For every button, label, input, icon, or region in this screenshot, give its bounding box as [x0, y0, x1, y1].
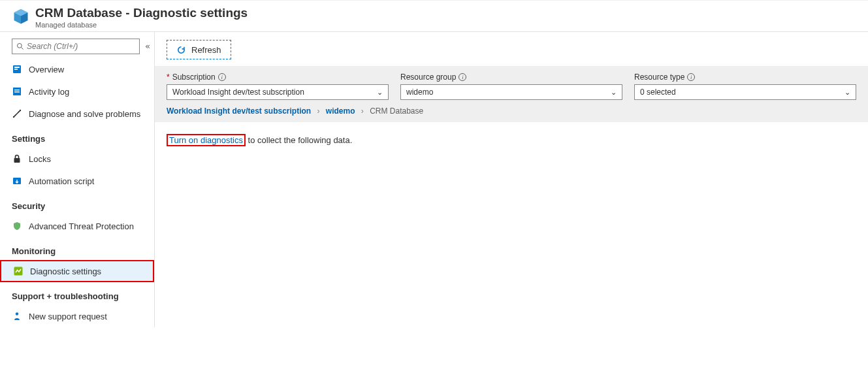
- svg-rect-3: [14, 67, 20, 68]
- required-asterisk: *: [167, 73, 170, 82]
- content-body: Turn on diagnostics to collect the follo…: [155, 122, 868, 158]
- resource-group-select[interactable]: widemo ⌄: [400, 84, 622, 100]
- sidebar-item-label: Locks: [29, 154, 51, 164]
- sidebar-item-label: Automation script: [29, 176, 94, 186]
- filter-subscription: * Subscription i Workload Insight dev/te…: [167, 73, 389, 100]
- refresh-icon: [176, 45, 186, 55]
- search-input[interactable]: [27, 42, 135, 51]
- lock-icon: [12, 154, 22, 164]
- collapse-sidebar-icon[interactable]: «: [145, 41, 150, 51]
- search-icon: [16, 42, 24, 50]
- select-value: widemo: [406, 88, 433, 97]
- filter-label: Resource group i: [400, 73, 622, 82]
- sidebar-item-locks[interactable]: Locks: [0, 148, 154, 170]
- sidebar-search[interactable]: [12, 39, 140, 54]
- select-value: Workload Insight dev/test subscription: [172, 88, 304, 97]
- activity-log-icon: [12, 86, 22, 97]
- breadcrumb-resource-group[interactable]: widemo: [326, 106, 355, 116]
- breadcrumb: Workload Insight dev/test subscription ›…: [155, 105, 868, 122]
- sidebar-item-label: Overview: [29, 65, 64, 74]
- select-value: 0 selected: [640, 88, 676, 97]
- support-icon: [12, 311, 22, 321]
- sidebar-item-label: Advanced Threat Protection: [29, 221, 134, 231]
- database-cube-icon: [12, 7, 30, 25]
- page-subtitle: Managed database: [35, 21, 248, 29]
- sidebar-group-security: Security: [0, 192, 154, 215]
- sidebar-item-atp[interactable]: Advanced Threat Protection: [0, 215, 154, 237]
- breadcrumb-separator: ›: [317, 106, 319, 116]
- breadcrumb-subscription[interactable]: Workload Insight dev/test subscription: [167, 106, 311, 116]
- main-content: Refresh * Subscription i Workload Insigh…: [155, 32, 868, 327]
- sidebar-group-monitoring: Monitoring: [0, 237, 154, 260]
- breadcrumb-current: CRM Database: [370, 106, 423, 116]
- sidebar-item-overview[interactable]: Overview: [0, 58, 154, 80]
- sidebar-item-diagnose[interactable]: Diagnose and solve problems: [0, 103, 154, 125]
- overview-icon: [12, 64, 22, 74]
- chevron-down-icon: ⌄: [377, 88, 383, 97]
- filter-bar: * Subscription i Workload Insight dev/te…: [155, 66, 868, 105]
- sidebar-group-settings: Settings: [0, 125, 154, 148]
- svg-rect-6: [14, 89, 20, 91]
- info-icon[interactable]: i: [458, 73, 466, 81]
- sidebar-item-automation[interactable]: Automation script: [0, 170, 154, 192]
- chevron-down-icon: ⌄: [611, 88, 617, 97]
- filter-resource-type: Resource type i 0 selected ⌄: [634, 73, 856, 100]
- sidebar-item-new-support[interactable]: New support request: [0, 305, 154, 327]
- filter-resource-group: Resource group i widemo ⌄: [400, 73, 622, 100]
- sidebar-group-support: Support + troubleshooting: [0, 282, 154, 305]
- sidebar-item-label: Diagnose and solve problems: [29, 109, 140, 119]
- diagnostic-settings-icon: [13, 266, 24, 276]
- svg-rect-10: [14, 158, 20, 163]
- subscription-select[interactable]: Workload Insight dev/test subscription ⌄: [167, 84, 389, 100]
- svg-point-13: [16, 312, 18, 315]
- sidebar-item-label: New support request: [29, 312, 107, 321]
- page-header: CRM Database - Diagnostic settings Manag…: [0, 0, 868, 32]
- svg-line-1: [22, 48, 24, 50]
- info-icon[interactable]: i: [687, 73, 695, 81]
- refresh-button[interactable]: Refresh: [167, 40, 231, 59]
- svg-rect-4: [14, 69, 18, 70]
- filter-label: Resource type i: [634, 73, 856, 82]
- content-text: to collect the following data.: [246, 135, 352, 145]
- filter-label: * Subscription i: [167, 73, 389, 82]
- info-icon[interactable]: i: [218, 73, 226, 81]
- page-title: CRM Database - Diagnostic settings: [35, 6, 248, 20]
- sidebar-item-activity-log[interactable]: Activity log: [0, 80, 154, 103]
- sidebar: « Overview Activity log Diagnose and sol…: [0, 32, 155, 327]
- automation-script-icon: [12, 176, 22, 186]
- refresh-button-label: Refresh: [191, 45, 221, 55]
- diagnose-icon: [12, 108, 22, 119]
- breadcrumb-separator: ›: [361, 106, 364, 116]
- sidebar-item-diagnostic-settings[interactable]: Diagnostic settings: [0, 260, 154, 282]
- toolbar: Refresh: [155, 32, 868, 66]
- sidebar-item-label: Diagnostic settings: [30, 267, 101, 276]
- shield-icon: [12, 221, 22, 231]
- svg-point-0: [18, 44, 22, 48]
- svg-rect-7: [14, 91, 20, 93]
- sidebar-item-label: Activity log: [29, 87, 69, 97]
- chevron-down-icon: ⌄: [844, 88, 850, 97]
- svg-point-8: [20, 110, 21, 111]
- svg-point-9: [13, 116, 14, 118]
- turn-on-diagnostics-link[interactable]: Turn on diagnostics: [167, 134, 246, 146]
- resource-type-select[interactable]: 0 selected ⌄: [634, 84, 856, 100]
